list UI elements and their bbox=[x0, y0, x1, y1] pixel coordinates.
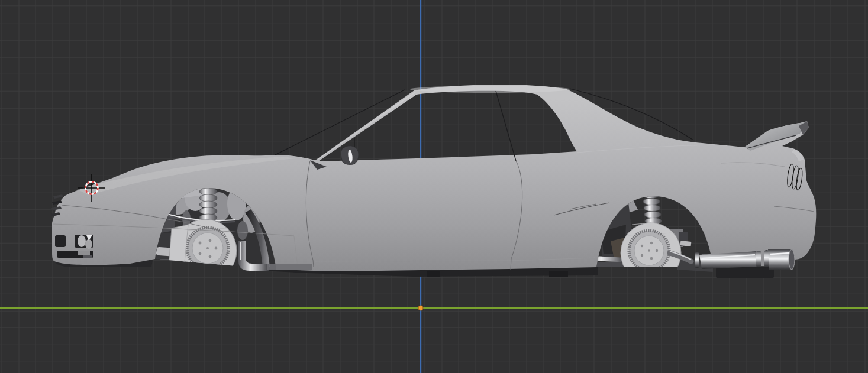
car-object[interactable] bbox=[51, 85, 816, 283]
axis-line-horizontal bbox=[0, 307, 868, 309]
scene-canvas bbox=[0, 0, 868, 373]
b-pillar-line bbox=[496, 91, 516, 161]
front-brake-caliper bbox=[169, 225, 188, 274]
viewport-3d[interactable] bbox=[0, 0, 868, 373]
object-origin-point[interactable] bbox=[418, 306, 423, 310]
exhaust-tip bbox=[789, 249, 795, 270]
